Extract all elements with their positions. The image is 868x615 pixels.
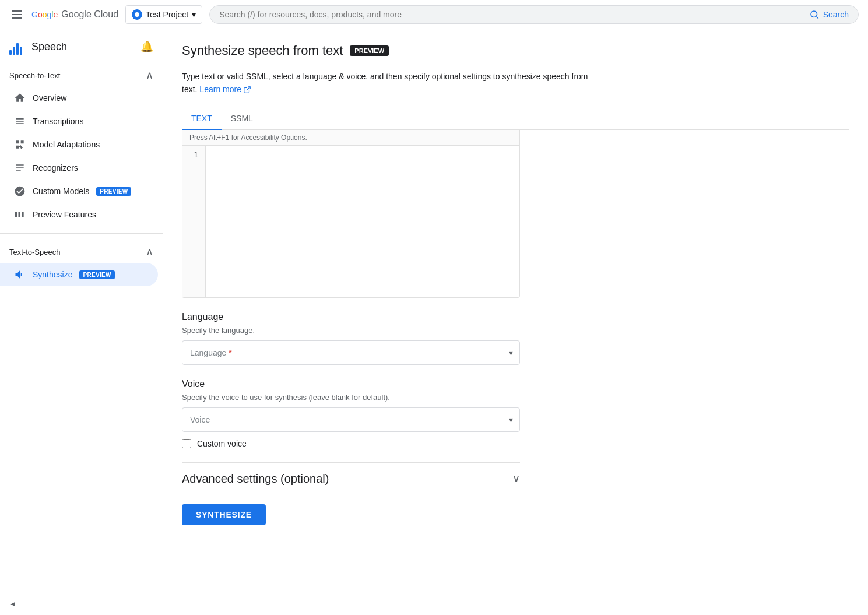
custom-models-preview-badge: PREVIEW: [96, 187, 131, 196]
svg-point-0: [811, 11, 817, 17]
sidebar-item-recognizers[interactable]: Recognizers: [0, 156, 158, 180]
page-title-preview-badge: PREVIEW: [350, 45, 389, 56]
sidebar: Speech 🔔 Speech-to-Text ∧ Overview Trans…: [0, 29, 163, 615]
tab-ssml[interactable]: SSML: [222, 108, 262, 130]
page-title-row: Synthesize speech from text PREVIEW: [182, 43, 849, 58]
voice-section-title: Voice: [182, 379, 520, 389]
sidebar-item-synthesize-label: Synthesize: [33, 270, 72, 279]
line-number-1: 1: [189, 150, 198, 159]
sidebar-item-overview-label: Overview: [33, 93, 66, 103]
transcriptions-icon: [14, 115, 26, 127]
search-input[interactable]: [219, 10, 804, 19]
advanced-settings-chevron-icon: ∨: [512, 472, 520, 485]
sidebar-item-recognizers-label: Recognizers: [33, 163, 78, 173]
editor-line-numbers: 1: [182, 146, 206, 297]
voice-section: Voice Specify the voice to use for synth…: [182, 379, 520, 448]
sidebar-item-custom-models-label: Custom Models: [33, 187, 89, 196]
language-select[interactable]: [182, 340, 520, 365]
sidebar-header: Speech 🔔: [0, 29, 163, 59]
custom-voice-checkbox[interactable]: [182, 439, 191, 448]
tab-text[interactable]: TEXT: [182, 108, 222, 130]
sidebar-item-preview-features-label: Preview Features: [33, 210, 96, 219]
synthesize-preview-badge: PREVIEW: [79, 270, 114, 279]
advanced-settings-title: Advanced settings (optional): [182, 472, 329, 486]
editor-textarea[interactable]: [206, 146, 519, 297]
sidebar-app-title: Speech: [31, 41, 67, 53]
language-select-wrapper: ▾ Language *: [182, 340, 520, 365]
sidebar-item-model-adaptations[interactable]: Model Adaptations: [0, 133, 158, 156]
model-adaptations-icon: [14, 139, 26, 150]
editor-body: 1: [182, 146, 519, 297]
custom-models-icon: [14, 185, 26, 197]
editor-accessibility-hint: Press Alt+F1 for Accessibility Options.: [182, 130, 519, 146]
search-bar: Search: [209, 5, 859, 24]
speech-to-text-section: Speech-to-Text ∧ Overview Transcriptions: [0, 59, 163, 231]
home-icon: [14, 92, 26, 104]
voice-select[interactable]: [182, 407, 520, 432]
sidebar-item-transcriptions[interactable]: Transcriptions: [0, 110, 158, 133]
text-to-speech-header[interactable]: Text-to-Speech ∧: [0, 241, 163, 263]
preview-features-icon: [14, 209, 26, 220]
text-to-speech-collapse-icon: ∧: [146, 245, 153, 258]
hamburger-menu[interactable]: [9, 8, 24, 21]
sidebar-collapse-button[interactable]: ◄: [0, 593, 163, 615]
project-name: Test Project: [146, 10, 188, 19]
sidebar-item-preview-features[interactable]: Preview Features: [0, 203, 158, 226]
language-section-title: Language: [182, 312, 520, 322]
google-cloud-logo[interactable]: Google Google Cloud: [31, 9, 118, 20]
page-description: Type text or valid SSML, select a langua…: [182, 70, 590, 96]
text-to-speech-section: Text-to-Speech ∧ Synthesize PREVIEW: [0, 236, 163, 291]
learn-more-link[interactable]: Learn more: [199, 83, 251, 96]
voice-section-desc: Specify the voice to use for synthesis (…: [182, 393, 520, 402]
page-title: Synthesize speech from text: [182, 43, 343, 58]
sidebar-item-model-adaptations-label: Model Adaptations: [33, 140, 100, 149]
cloud-label: Google Cloud: [61, 9, 118, 20]
sidebar-divider: [0, 233, 163, 234]
learn-more-label: Learn more: [199, 83, 241, 96]
top-navigation: Google Google Cloud Test Project ▾ Searc…: [0, 0, 868, 29]
search-button-label: Search: [823, 10, 849, 19]
external-link-icon: [243, 86, 251, 94]
custom-voice-label: Custom voice: [197, 439, 247, 448]
search-icon: [809, 9, 820, 20]
sidebar-item-synthesize[interactable]: Synthesize PREVIEW: [0, 263, 158, 286]
speech-app-icon: [9, 38, 26, 55]
advanced-settings-row[interactable]: Advanced settings (optional) ∨: [182, 462, 520, 495]
custom-voice-row: Custom voice: [182, 439, 520, 448]
speech-to-text-label: Speech-to-Text: [9, 71, 60, 80]
voice-select-wrapper: ▾ Voice: [182, 407, 520, 432]
speech-to-text-header[interactable]: Speech-to-Text ∧: [0, 64, 163, 86]
sidebar-item-overview[interactable]: Overview: [0, 86, 158, 110]
project-icon: [132, 9, 142, 20]
sidebar-item-custom-models[interactable]: Custom Models PREVIEW: [0, 180, 158, 203]
sidebar-item-transcriptions-label: Transcriptions: [33, 117, 83, 126]
speech-to-text-collapse-icon: ∧: [146, 69, 153, 82]
search-button[interactable]: Search: [809, 9, 849, 20]
text-editor-container: Press Alt+F1 for Accessibility Options. …: [182, 130, 520, 298]
svg-line-1: [816, 16, 818, 18]
google-logo-text: Google: [31, 10, 58, 19]
notification-bell-icon[interactable]: 🔔: [140, 40, 153, 53]
editor-tabs: TEXT SSML: [182, 108, 849, 130]
sidebar-title-row: Speech: [9, 38, 67, 55]
text-to-speech-label: Text-to-Speech: [9, 248, 60, 256]
synthesize-icon: [14, 269, 26, 280]
collapse-icon: ◄: [9, 600, 16, 608]
main-layout: Speech 🔔 Speech-to-Text ∧ Overview Trans…: [0, 29, 868, 615]
recognizers-icon: [14, 162, 26, 174]
language-section-desc: Specify the language.: [182, 326, 520, 335]
main-content: Synthesize speech from text PREVIEW Type…: [163, 29, 868, 615]
project-selector[interactable]: Test Project ▾: [125, 5, 202, 24]
project-dropdown-icon: ▾: [192, 10, 196, 19]
svg-line-2: [247, 86, 250, 90]
language-section: Language Specify the language. ▾ Languag…: [182, 312, 520, 365]
synthesize-button[interactable]: SYNTHESIZE: [182, 504, 266, 525]
